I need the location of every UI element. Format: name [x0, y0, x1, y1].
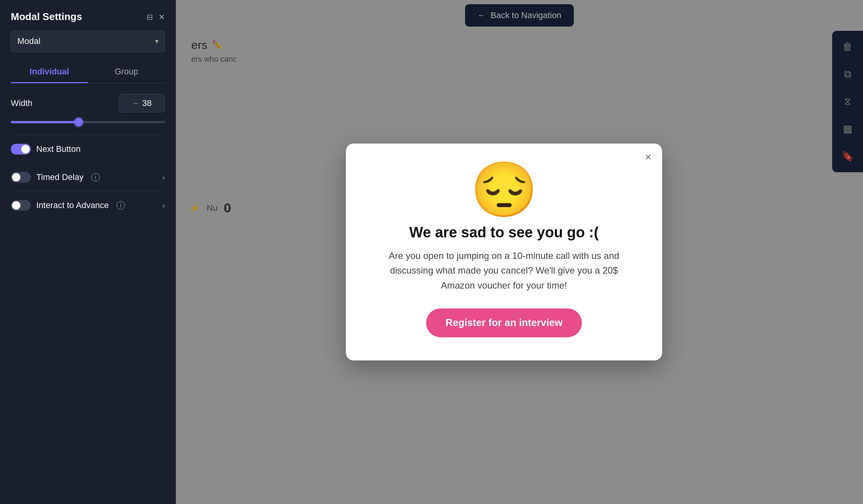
slider-track: [11, 121, 165, 123]
toggle-left: Next Button: [11, 144, 81, 155]
minimize-icon[interactable]: ⊟: [147, 12, 153, 22]
width-slider[interactable]: [11, 121, 165, 123]
sidebar-title: Modal Settings: [11, 11, 82, 23]
toggle-knob: [21, 145, 30, 153]
dropdown-value: Modal: [17, 36, 40, 46]
toggle-left: Timed Delay i: [11, 172, 100, 183]
close-icon[interactable]: ✕: [158, 12, 165, 22]
sidebar-panel: Modal Settings ⊟ ✕ Modal ▾ Individual Gr…: [0, 0, 176, 504]
toggle-left: Interact to Advance i: [11, 200, 125, 211]
timed-delay-info-icon[interactable]: i: [91, 173, 100, 181]
interact-to-advance-toggle-row: Interact to Advance i ›: [11, 191, 165, 219]
toggle-knob: [12, 173, 20, 181]
width-input-box[interactable]: ↔ 38: [119, 94, 165, 113]
modal-emoji: 😔: [470, 163, 538, 217]
timed-delay-toggle-row: Timed Delay i ›: [11, 163, 165, 191]
toggle-knob: [12, 201, 20, 210]
next-button-label: Next Button: [36, 144, 81, 154]
timed-delay-label: Timed Delay: [36, 172, 84, 182]
chevron-right-icon[interactable]: ›: [162, 201, 165, 210]
chevron-down-icon: ▾: [155, 37, 158, 45]
width-control-row: Width ↔ 38: [11, 94, 165, 113]
slider-thumb[interactable]: [74, 118, 83, 126]
resize-icon: ↔: [132, 99, 139, 108]
tab-group[interactable]: Group: [88, 61, 165, 83]
tab-individual[interactable]: Individual: [11, 61, 88, 83]
sidebar-header: Modal Settings ⊟ ✕: [0, 0, 176, 30]
next-button-toggle-row: Next Button: [11, 135, 165, 163]
register-interview-button[interactable]: Register for an interview: [426, 309, 582, 338]
modal-close-button[interactable]: ×: [645, 152, 651, 163]
modal-dialog: × 😔 We are sad to see you go :( Are you …: [346, 143, 662, 360]
timed-delay-toggle[interactable]: [11, 172, 31, 183]
modal-body-text: Are you open to jumping on a 10-minute c…: [373, 249, 635, 293]
width-value: 38: [142, 98, 152, 108]
next-button-toggle[interactable]: [11, 144, 31, 155]
chevron-right-icon[interactable]: ›: [162, 173, 165, 182]
interact-to-advance-info-icon[interactable]: i: [116, 201, 125, 210]
slider-fill: [11, 121, 79, 123]
settings-section: Width ↔ 38 Next Button: [0, 94, 176, 219]
width-label: Width: [11, 98, 32, 108]
interact-to-advance-toggle[interactable]: [11, 200, 31, 211]
modal-type-dropdown[interactable]: Modal ▾: [11, 30, 165, 52]
sidebar-header-actions: ⊟ ✕: [147, 12, 165, 22]
interact-to-advance-label: Interact to Advance: [36, 200, 109, 210]
tabs-container: Individual Group: [11, 61, 165, 83]
modal-title: We are sad to see you go :(: [409, 224, 598, 241]
